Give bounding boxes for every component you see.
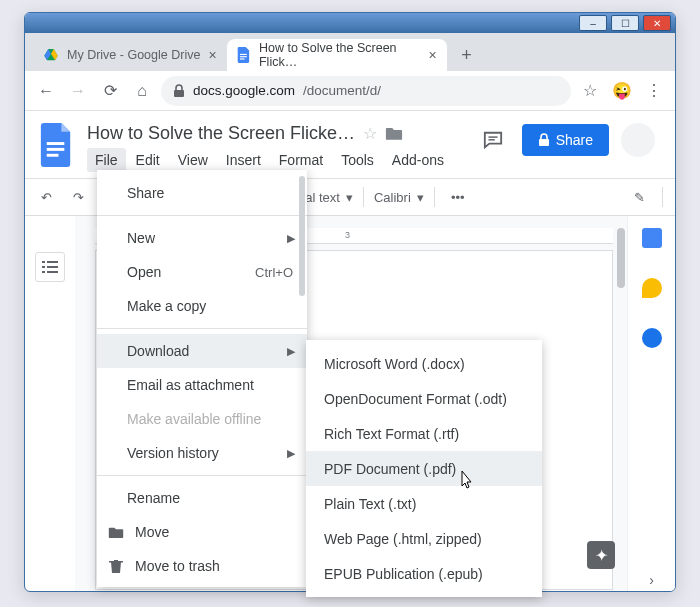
scrollbar-thumb[interactable] bbox=[617, 228, 625, 288]
side-panel: › bbox=[627, 216, 675, 592]
url-path: /document/d/ bbox=[303, 83, 381, 98]
minimize-button[interactable]: – bbox=[579, 15, 607, 31]
menu-label: Download bbox=[127, 343, 189, 359]
menu-view[interactable]: View bbox=[170, 148, 216, 172]
download-txt[interactable]: Plain Text (.txt) bbox=[306, 486, 542, 521]
menu-label: PDF Document (.pdf) bbox=[324, 461, 456, 477]
svg-rect-14 bbox=[42, 271, 45, 273]
document-outline-icon[interactable] bbox=[35, 252, 65, 282]
menu-separator bbox=[97, 215, 307, 216]
menu-item-offline: Make available offline bbox=[97, 402, 307, 436]
browser-toolbar: ← → ⟳ ⌂ docs.google.com/document/d/ ☆ 😜 … bbox=[25, 71, 675, 111]
comments-icon[interactable] bbox=[476, 123, 510, 157]
url-host: docs.google.com bbox=[193, 83, 295, 98]
docs-app-icon[interactable] bbox=[39, 123, 75, 167]
menu-label: Rich Text Format (.rtf) bbox=[324, 426, 459, 442]
menu-label: Microsoft Word (.docx) bbox=[324, 356, 465, 372]
menu-label: Move bbox=[135, 524, 169, 540]
tab-label: My Drive - Google Drive bbox=[67, 48, 200, 62]
download-rtf[interactable]: Rich Text Format (.rtf) bbox=[306, 416, 542, 451]
ruler-mark: 3 bbox=[345, 230, 350, 240]
download-docx[interactable]: Microsoft Word (.docx) bbox=[306, 346, 542, 381]
forward-button[interactable]: → bbox=[65, 78, 91, 104]
account-avatar[interactable] bbox=[621, 123, 655, 157]
home-button[interactable]: ⌂ bbox=[129, 78, 155, 104]
browser-tab-docs[interactable]: How to Solve the Screen Flick… × bbox=[227, 39, 447, 71]
menu-item-new[interactable]: New▶ bbox=[97, 221, 307, 255]
menu-label: Make available offline bbox=[127, 411, 261, 427]
menu-label: Move to trash bbox=[135, 558, 220, 574]
menu-label: Plain Text (.txt) bbox=[324, 496, 416, 512]
document-title[interactable]: How to Solve the Screen Flicke… bbox=[87, 123, 355, 144]
bookmark-star-icon[interactable]: ☆ bbox=[577, 78, 603, 104]
menu-label: New bbox=[127, 230, 155, 246]
menu-label: EPUB Publication (.epub) bbox=[324, 566, 483, 582]
explore-button[interactable]: ✦ bbox=[587, 541, 615, 569]
tasks-icon[interactable] bbox=[642, 328, 662, 348]
menubar: File Edit View Insert Format Tools Add-o… bbox=[87, 148, 464, 172]
reload-button[interactable]: ⟳ bbox=[97, 78, 123, 104]
maximize-button[interactable]: ☐ bbox=[611, 15, 639, 31]
share-button[interactable]: Share bbox=[522, 124, 609, 156]
keep-icon[interactable] bbox=[642, 278, 662, 298]
svg-rect-1 bbox=[240, 56, 247, 57]
collapse-panel-icon[interactable]: › bbox=[649, 572, 654, 588]
svg-rect-2 bbox=[240, 58, 245, 59]
tab-close-icon[interactable]: × bbox=[208, 47, 216, 63]
more-tools-icon[interactable]: ••• bbox=[445, 184, 471, 210]
download-epub[interactable]: EPUB Publication (.epub) bbox=[306, 556, 542, 591]
move-folder-icon[interactable] bbox=[385, 126, 403, 141]
editing-mode-button[interactable]: ✎ bbox=[626, 184, 652, 210]
back-button[interactable]: ← bbox=[33, 78, 59, 104]
download-odt[interactable]: OpenDocument Format (.odt) bbox=[306, 381, 542, 416]
chevron-down-icon: ▾ bbox=[346, 190, 353, 205]
menu-insert[interactable]: Insert bbox=[218, 148, 269, 172]
menu-item-download[interactable]: Download▶ bbox=[97, 334, 307, 368]
menu-item-email[interactable]: Email as attachment bbox=[97, 368, 307, 402]
extension-icon[interactable]: 😜 bbox=[609, 78, 635, 104]
browser-tab-drive[interactable]: My Drive - Google Drive × bbox=[33, 39, 227, 71]
new-tab-button[interactable]: + bbox=[453, 41, 481, 69]
titlebar: – ☐ ✕ bbox=[25, 13, 675, 33]
redo-button[interactable]: ↷ bbox=[65, 184, 91, 210]
separator bbox=[434, 187, 435, 207]
svg-rect-8 bbox=[488, 139, 494, 140]
vertical-scrollbar[interactable] bbox=[615, 228, 625, 568]
browser-menu-icon[interactable]: ⋮ bbox=[641, 78, 667, 104]
menu-item-share[interactable]: Share bbox=[97, 176, 307, 210]
star-icon[interactable]: ☆ bbox=[363, 124, 377, 143]
menu-item-rename[interactable]: Rename bbox=[97, 481, 307, 515]
menu-file[interactable]: File bbox=[87, 148, 126, 172]
lock-icon bbox=[173, 84, 185, 98]
font-select[interactable]: Calibri ▾ bbox=[374, 190, 424, 205]
menu-label: Version history bbox=[127, 445, 219, 461]
font-label: Calibri bbox=[374, 190, 411, 205]
download-pdf[interactable]: PDF Document (.pdf) bbox=[306, 451, 542, 486]
menu-item-move[interactable]: Move bbox=[97, 515, 307, 549]
menu-tools[interactable]: Tools bbox=[333, 148, 382, 172]
calendar-icon[interactable] bbox=[642, 228, 662, 248]
svg-rect-4 bbox=[47, 142, 65, 145]
chevron-down-icon: ▾ bbox=[417, 190, 424, 205]
mouse-cursor-icon bbox=[456, 470, 474, 492]
menu-edit[interactable]: Edit bbox=[128, 148, 168, 172]
menu-addons[interactable]: Add-ons bbox=[384, 148, 452, 172]
file-menu-dropdown: Share New▶ OpenCtrl+O Make a copy Downlo… bbox=[97, 170, 307, 587]
address-bar[interactable]: docs.google.com/document/d/ bbox=[161, 76, 571, 106]
docs-icon bbox=[237, 47, 251, 63]
share-label: Share bbox=[556, 132, 593, 148]
close-button[interactable]: ✕ bbox=[643, 15, 671, 31]
menu-item-version-history[interactable]: Version history▶ bbox=[97, 436, 307, 470]
submenu-arrow-icon: ▶ bbox=[287, 345, 295, 358]
menu-label: Email as attachment bbox=[127, 377, 254, 393]
tab-close-icon[interactable]: × bbox=[428, 47, 436, 63]
svg-rect-9 bbox=[539, 139, 549, 146]
menu-label: OpenDocument Format (.odt) bbox=[324, 391, 507, 407]
menu-item-make-copy[interactable]: Make a copy bbox=[97, 289, 307, 323]
menu-format[interactable]: Format bbox=[271, 148, 331, 172]
menu-item-trash[interactable]: Move to trash bbox=[97, 549, 307, 583]
download-html[interactable]: Web Page (.html, zipped) bbox=[306, 521, 542, 556]
svg-rect-3 bbox=[174, 90, 184, 97]
menu-item-open[interactable]: OpenCtrl+O bbox=[97, 255, 307, 289]
undo-button[interactable]: ↶ bbox=[33, 184, 59, 210]
